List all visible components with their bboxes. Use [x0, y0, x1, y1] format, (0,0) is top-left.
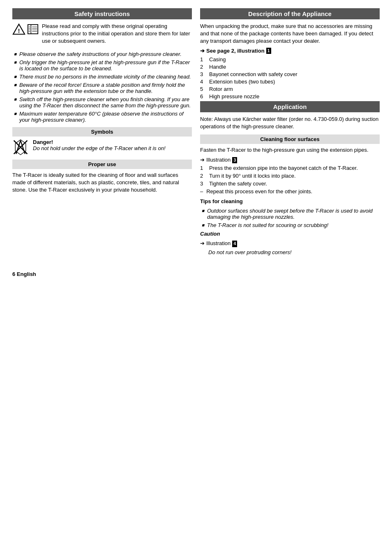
- danger-block: Danger! Do not hold under the edge of th…: [12, 139, 192, 155]
- bullet-item: There must be no persons in the immediat…: [14, 74, 192, 80]
- arrow-icon: ➔: [200, 240, 205, 246]
- list-item: 4Extension tubes (two tubes): [200, 79, 380, 85]
- illustration-num-4: 4: [232, 241, 237, 247]
- illustration-label: Illustration: [206, 157, 231, 163]
- danger-text: Danger! Do not hold under the edge of th…: [33, 139, 166, 151]
- dash-step: – Repeat this process even for the other…: [200, 188, 380, 195]
- step-item: 2Turn it by 90° until it locks into plac…: [200, 173, 380, 179]
- tips-title: Tips for cleaning: [200, 198, 243, 204]
- arrow-icon: ➔: [200, 48, 205, 54]
- bullet-item: Maximum water temperature 60°C (please o…: [14, 111, 192, 123]
- step-item: 3Tighten the safety cover.: [200, 181, 380, 187]
- list-item: 5Rotor arm: [200, 86, 380, 92]
- tip-item: Outdoor surfaces should be swept before …: [202, 208, 380, 220]
- proper-use-title: Proper use: [12, 160, 192, 169]
- page-layout: Safety instructions !: [12, 8, 380, 259]
- caution-illus-label: Illustration: [206, 240, 231, 246]
- bullet-item: Please observe the safety instructions o…: [14, 51, 192, 57]
- dash-symbol: –: [200, 188, 203, 195]
- book-icon: [27, 23, 39, 35]
- symbols-title: Symbols: [12, 127, 192, 137]
- page-number: 6: [12, 271, 15, 277]
- arrow-icon: ➔: [200, 157, 205, 163]
- note-text: Note: Always use Kärcher water filter (o…: [200, 116, 380, 130]
- tips-list: Outdoor surfaces should be swept before …: [200, 208, 380, 228]
- left-column: Safety instructions !: [12, 8, 192, 259]
- caution-illus-ref: ➔ Illustration 4: [200, 240, 380, 247]
- desc-intro: When unpacking the product, make sure th…: [200, 23, 380, 45]
- language-label: English: [17, 271, 36, 277]
- tip-item: The T-Racer is not suited for scouring o…: [202, 222, 380, 228]
- list-item: 3Bayonet connection with safety cover: [200, 71, 380, 77]
- list-item: 2Handle: [200, 64, 380, 70]
- illustration-ref-3: ➔ Illustration 3: [200, 157, 380, 163]
- illustration-num-3: 3: [232, 157, 237, 163]
- svg-rect-2: [28, 25, 38, 34]
- parts-list: 1Casing 2Handle 3Bayonet connection with…: [200, 56, 380, 100]
- bullet-item: Only trigger the high-pressure jet at th…: [14, 59, 192, 72]
- application-title: Application: [200, 101, 380, 112]
- proper-use-text: The T-Racer is ideally suited for the cl…: [12, 171, 192, 194]
- see-page-ref: ➔ See page 2, illustration 1: [200, 48, 380, 54]
- page-footer: 6 English: [12, 271, 380, 277]
- bullet-item: Beware of the recoil force! Ensure a sta…: [14, 82, 192, 94]
- list-item: 1Casing: [200, 56, 380, 63]
- list-item: 6High pressure nozzle: [200, 93, 380, 100]
- svg-text:!: !: [18, 28, 20, 34]
- caution-label: Caution: [200, 231, 220, 237]
- right-column: Description of the Appliance When unpack…: [200, 8, 380, 259]
- step-item: 1Press the extension pipe into the bayon…: [200, 165, 380, 171]
- icons-block: !: [12, 23, 39, 35]
- intro-text: Please read and comply with these origin…: [42, 23, 192, 45]
- warning-triangle-icon: !: [12, 23, 25, 35]
- cleaning-intro: Fasten the T-Racer to the high-pressure …: [200, 146, 380, 154]
- desc-title: Description of the Appliance: [200, 8, 380, 19]
- caution-text: Do not run over protruding corners!: [208, 249, 291, 255]
- bullet-item: Switch off the high-pressure cleaner whe…: [14, 96, 192, 109]
- intro-block: ! Please read and comply with these orig…: [12, 23, 192, 48]
- danger-icon: [12, 139, 29, 155]
- safety-bullets: Please observe the safety instructions o…: [12, 51, 192, 123]
- danger-label: Danger!: [33, 139, 53, 145]
- cleaning-title: Cleaning floor surfaces: [200, 134, 380, 144]
- illustration-num-1: 1: [266, 48, 271, 54]
- danger-description: Do not hold under the edge of the T-Race…: [33, 145, 166, 151]
- safety-title: Safety instructions: [12, 8, 192, 19]
- see-page-text: See page 2, illustration: [206, 48, 265, 54]
- steps-list: 1Press the extension pipe into the bayon…: [200, 165, 380, 187]
